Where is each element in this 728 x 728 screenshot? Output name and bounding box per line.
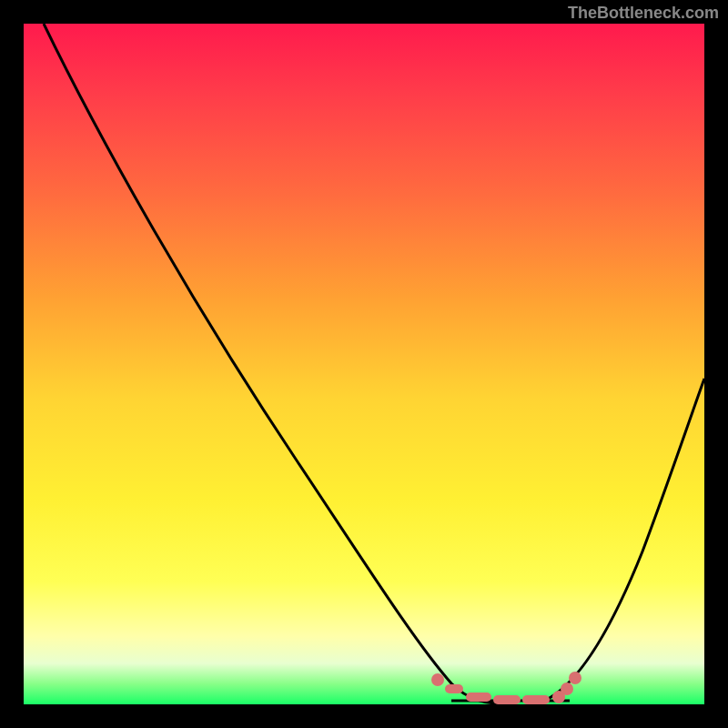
chart-marker-segment: [466, 693, 491, 702]
watermark-text: TheBottleneck.com: [568, 4, 719, 23]
chart-curve: [24, 24, 704, 704]
chart-frame: [24, 24, 704, 704]
chart-marker-segment: [445, 684, 463, 693]
chart-marker-segment: [493, 695, 521, 704]
chart-marker: [431, 673, 444, 686]
chart-marker-segment: [522, 695, 550, 704]
chart-marker: [569, 672, 581, 684]
chart-marker: [561, 682, 573, 695]
